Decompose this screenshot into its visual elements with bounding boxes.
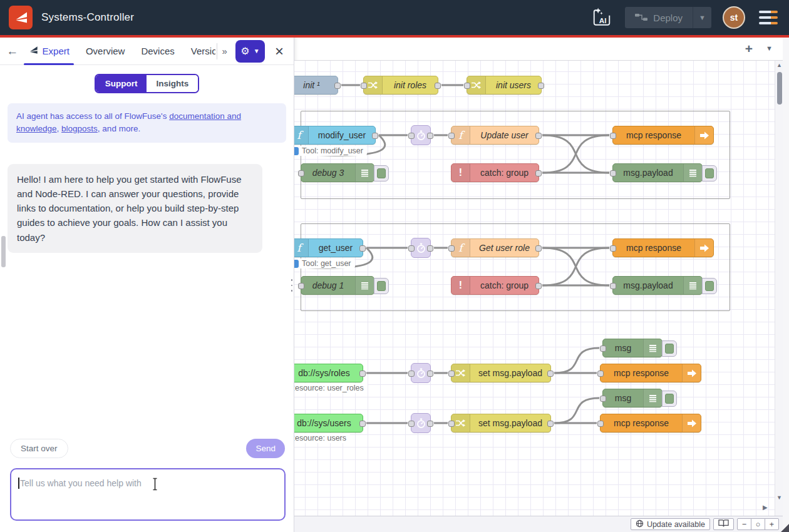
- window-scrollbar[interactable]: [783, 38, 789, 532]
- node-output-port[interactable]: [538, 83, 544, 89]
- flow-node-init[interactable]: init ¹: [294, 76, 338, 95]
- flow-node-payload1[interactable]: msg.payload: [612, 163, 703, 182]
- node-output-port[interactable]: [535, 245, 542, 252]
- tab-overview[interactable]: Overview: [78, 38, 133, 65]
- flow-node-catch1[interactable]: !catch: group: [451, 163, 539, 182]
- blogposts-link[interactable]: blogposts: [61, 124, 98, 133]
- node-output-port[interactable]: [372, 133, 378, 139]
- panel-resize-handle[interactable]: [291, 279, 293, 292]
- node-output-port[interactable]: [359, 245, 366, 252]
- node-output-port[interactable]: [435, 83, 441, 89]
- flow-canvas[interactable]: init ¹init rolesinit usersfmodify_userfU…: [294, 61, 775, 516]
- node-input-port[interactable]: [448, 371, 455, 377]
- flow-node-debug1[interactable]: debug 1: [301, 276, 374, 295]
- flow-node-db_roles[interactable]: db://sys/roles: [294, 364, 363, 382]
- node-output-port[interactable]: [535, 133, 542, 139]
- node-input-port[interactable]: [408, 245, 415, 252]
- flow-node-update_user[interactable]: fUpdate user: [451, 126, 539, 145]
- flow-list-caret-icon[interactable]: ▼: [766, 44, 773, 52]
- node-output-port[interactable]: [359, 421, 366, 427]
- toggle-support[interactable]: Support: [96, 75, 147, 92]
- node-output-port[interactable]: [535, 170, 542, 176]
- tab-overflow-icon[interactable]: »: [219, 46, 230, 56]
- flow-node-delay2[interactable]: [411, 238, 431, 258]
- node-input-port[interactable]: [448, 133, 455, 139]
- scroll-right-icon[interactable]: ▶: [763, 504, 768, 511]
- node-output-port[interactable]: [359, 371, 366, 377]
- flow-node-mcp1[interactable]: mcp response: [612, 126, 714, 145]
- send-button[interactable]: Send: [246, 439, 285, 458]
- flow-node-mcp2[interactable]: mcp response: [612, 238, 714, 257]
- flow-node-get_role[interactable]: fGet user role: [451, 238, 539, 257]
- node-input-port[interactable]: [361, 83, 367, 89]
- tab-devices[interactable]: Devices: [133, 38, 182, 65]
- zoom-reset-button[interactable]: ○: [751, 518, 765, 530]
- main-menu-icon[interactable]: [756, 8, 780, 27]
- node-input-port[interactable]: [597, 371, 604, 377]
- tab-version-history[interactable]: Version History: [183, 38, 215, 65]
- node-output-port[interactable]: [547, 371, 554, 377]
- node-input-port[interactable]: [600, 345, 606, 352]
- back-arrow-icon[interactable]: ←: [5, 44, 20, 58]
- flow-node-msg2[interactable]: msg: [602, 389, 663, 407]
- debug-enable-toggle[interactable]: [662, 340, 677, 357]
- update-available-button[interactable]: Update available: [631, 518, 710, 530]
- user-avatar[interactable]: st: [723, 6, 745, 29]
- node-input-port[interactable]: [610, 283, 616, 289]
- flow-node-payload2[interactable]: msg.payload: [612, 276, 703, 295]
- toggle-insights[interactable]: Insights: [147, 75, 198, 92]
- node-output-port[interactable]: [535, 283, 542, 289]
- flow-node-delay3[interactable]: [411, 363, 431, 383]
- node-input-port[interactable]: [610, 245, 616, 252]
- flow-node-get_user[interactable]: fget_user: [294, 238, 363, 257]
- debug-enable-toggle[interactable]: [702, 165, 717, 182]
- window-scrollbar-thumb[interactable]: [1, 236, 6, 267]
- node-input-port[interactable]: [597, 421, 604, 427]
- debug-enable-toggle[interactable]: [374, 278, 389, 294]
- add-flow-icon[interactable]: +: [745, 41, 753, 56]
- flow-node-set1[interactable]: set msg.payload: [451, 364, 551, 382]
- flow-node-debug3[interactable]: debug 3: [301, 163, 374, 182]
- flow-node-msg1[interactable]: msg: [602, 339, 663, 357]
- zoom-out-button[interactable]: −: [737, 518, 751, 530]
- close-icon[interactable]: ×: [270, 44, 289, 59]
- flow-node-init_roles[interactable]: init roles: [363, 76, 438, 95]
- navigator-toggle-button[interactable]: [713, 518, 734, 530]
- debug-enable-toggle[interactable]: [374, 165, 389, 182]
- canvas-scrollbar-thumb[interactable]: [777, 72, 782, 105]
- settings-button[interactable]: ⚙ ▼: [235, 40, 265, 63]
- deploy-dropdown-caret[interactable]: ▼: [693, 7, 711, 28]
- flow-node-mcp3[interactable]: mcp response: [600, 364, 701, 382]
- ai-assistant-icon[interactable]: AI: [590, 6, 614, 29]
- chat-input[interactable]: [10, 468, 286, 521]
- node-output-port[interactable]: [547, 421, 554, 427]
- zoom-in-button[interactable]: +: [765, 518, 779, 530]
- node-input-port[interactable]: [298, 283, 304, 289]
- node-output-port[interactable]: [427, 421, 433, 427]
- node-output-port[interactable]: [427, 133, 433, 139]
- node-input-port[interactable]: [610, 170, 616, 176]
- node-input-port[interactable]: [448, 245, 455, 252]
- canvas-vertical-scrollbar[interactable]: ▲ ▼: [775, 61, 783, 516]
- flow-group[interactable]: [301, 223, 730, 311]
- flow-node-modify_user[interactable]: fmodify_user: [294, 126, 376, 145]
- node-input-port[interactable]: [408, 371, 415, 377]
- node-input-port[interactable]: [448, 421, 455, 427]
- flow-node-delay1[interactable]: [411, 125, 431, 145]
- debug-enable-toggle[interactable]: [702, 278, 717, 294]
- start-over-button[interactable]: Start over: [10, 439, 68, 458]
- node-input-port[interactable]: [408, 133, 415, 139]
- flow-node-mcp4[interactable]: mcp response: [600, 414, 701, 432]
- flow-node-init_users[interactable]: init users: [467, 76, 542, 95]
- node-output-port[interactable]: [427, 371, 433, 377]
- flow-node-db_users[interactable]: db://sys/users: [294, 414, 363, 432]
- node-output-port[interactable]: [427, 245, 433, 252]
- node-input-port[interactable]: [600, 396, 606, 402]
- node-input-port[interactable]: [298, 170, 304, 176]
- node-input-port[interactable]: [408, 421, 415, 427]
- node-output-port[interactable]: [334, 83, 341, 89]
- node-input-port[interactable]: [464, 83, 470, 89]
- debug-enable-toggle[interactable]: [662, 391, 677, 407]
- deploy-button[interactable]: Deploy ▼: [625, 7, 711, 28]
- flow-node-delay4[interactable]: [411, 413, 431, 433]
